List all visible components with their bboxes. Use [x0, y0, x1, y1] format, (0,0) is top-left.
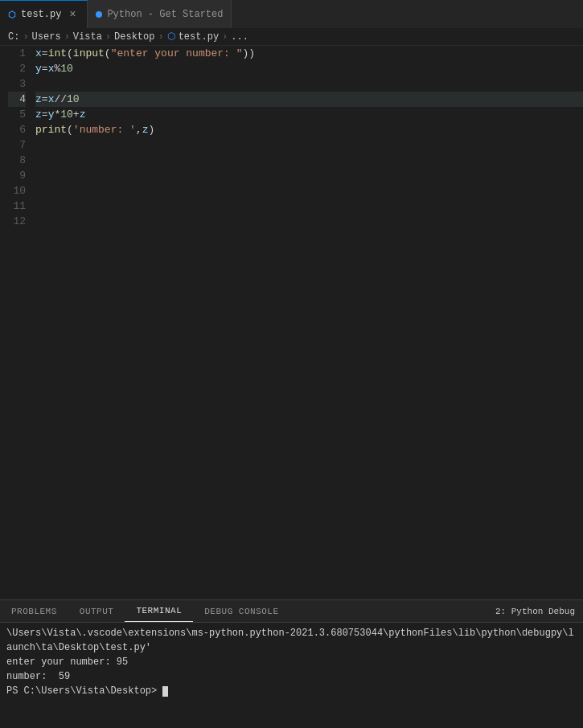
tab-test-py[interactable]: ⬡ test.py ×: [0, 0, 88, 28]
line-num-11: 11: [8, 198, 26, 214]
tab-close-test-py[interactable]: ×: [66, 8, 79, 21]
code-line-9: [35, 168, 583, 183]
tab-label-test-py: test.py: [21, 9, 61, 20]
terminal-line-2: enter your number: 95: [6, 655, 577, 669]
code-line-6: print('number: ',z): [35, 122, 583, 137]
terminal-tab-problems[interactable]: PROBLEMS: [0, 600, 68, 622]
tab-label-get-started: Python - Get Started: [107, 9, 223, 20]
terminal-line-4: PS C:\Users\Vista\Desktop>: [6, 684, 577, 698]
code-content[interactable]: x=int(input("enter your number: ")) y=x%…: [32, 46, 583, 599]
tab-bar: ⬡ test.py × Python - Get Started: [0, 0, 583, 28]
line-num-9: 9: [8, 168, 26, 183]
breadcrumb-file-icon: ⬡: [167, 31, 175, 43]
line-num-6: 6: [8, 122, 26, 137]
line-num-8: 8: [8, 153, 26, 168]
line-num-7: 7: [8, 137, 26, 153]
code-line-8: [35, 153, 583, 168]
code-line-7: [35, 137, 583, 153]
line-num-3: 3: [8, 76, 26, 92]
code-line-10: [35, 183, 583, 198]
tab-dot-icon: [96, 11, 102, 18]
code-line-1: x=int(input("enter your number: ")): [35, 46, 583, 61]
terminal-badge: 2: Python Debug: [487, 600, 583, 622]
terminal-section: PROBLEMS OUTPUT TERMINAL DEBUG CONSOLE 2…: [0, 599, 583, 728]
breadcrumb-ellipsis: ...: [231, 31, 248, 43]
line-num-5: 5: [8, 107, 26, 122]
line-numbers: 1 2 3 4 5 6 7 8 9 10 11 12: [0, 46, 32, 599]
code-line-3: [35, 76, 583, 92]
terminal-line-1: \Users\Vista\.vscode\extensions\ms-pytho…: [6, 626, 577, 655]
breadcrumb-filename: test.py: [179, 31, 219, 43]
line-num-12: 12: [8, 214, 26, 229]
code-line-5: z=y*10+z: [35, 107, 583, 122]
terminal-body[interactable]: \Users\Vista\.vscode\extensions\ms-pytho…: [0, 623, 583, 728]
code-line-4: z=x//10: [35, 92, 583, 107]
breadcrumb-desktop: Desktop: [114, 31, 154, 43]
terminal-tab-terminal[interactable]: TERMINAL: [125, 600, 193, 622]
breadcrumb: C: › Users › Vista › Desktop › ⬡ test.py…: [0, 28, 583, 46]
line-num-2: 2: [8, 61, 26, 76]
line-num-4: 4: [8, 92, 26, 107]
code-line-2: y=x%10: [35, 61, 583, 76]
breadcrumb-c: C:: [8, 31, 19, 43]
terminal-tabs: PROBLEMS OUTPUT TERMINAL DEBUG CONSOLE 2…: [0, 600, 583, 623]
terminal-tab-output[interactable]: OUTPUT: [68, 600, 125, 622]
terminal-tab-debug-console[interactable]: DEBUG CONSOLE: [193, 600, 289, 622]
breadcrumb-vista: Vista: [73, 31, 102, 43]
tab-python-get-started[interactable]: Python - Get Started: [88, 0, 232, 28]
editor: 1 2 3 4 5 6 7 8 9 10 11 12 x=int(input("…: [0, 46, 583, 599]
line-num-10: 10: [8, 183, 26, 198]
terminal-cursor: [162, 686, 168, 697]
line-num-1: 1: [8, 46, 26, 61]
code-line-12: [35, 214, 583, 229]
python-file-icon: ⬡: [8, 10, 16, 20]
code-line-11: [35, 198, 583, 214]
breadcrumb-users: Users: [32, 31, 61, 43]
code-area[interactable]: 1 2 3 4 5 6 7 8 9 10 11 12 x=int(input("…: [0, 46, 583, 599]
terminal-line-3: number: 59: [6, 669, 577, 684]
